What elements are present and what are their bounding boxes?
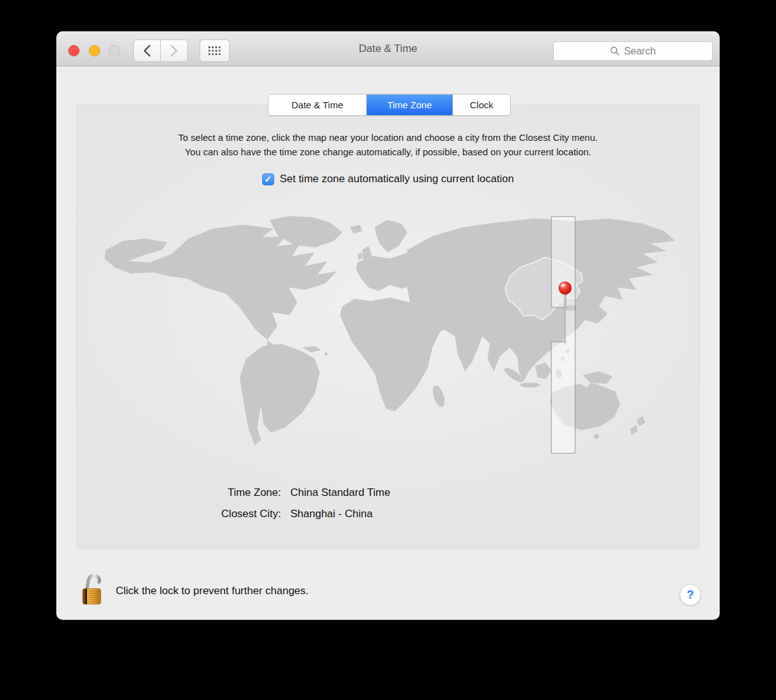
timezone-readout: Time Zone: China Standard Time Closest C… [77,486,699,529]
checkmark-icon: ✓ [265,175,272,183]
map-land [105,216,675,445]
minimize-button[interactable] [89,45,100,56]
auto-timezone-checkbox[interactable]: ✓ [262,173,274,185]
tab-time-zone[interactable]: Time Zone [367,95,452,115]
time-zone-row: Time Zone: China Standard Time [77,486,699,499]
instructions-line-2: You can also have the time zone change a… [77,145,699,159]
tab-date-time[interactable]: Date & Time [268,95,367,115]
world-map[interactable] [82,214,695,476]
desktop: Date & Time Search Date & Time Time Zone… [0,0,776,700]
closest-city-value: Shanghai - China [290,508,372,520]
back-button[interactable] [133,39,161,62]
lock-button[interactable] [80,571,105,606]
closest-city-row: Closest City: Shanghai - China [77,508,699,520]
zoom-button[interactable] [109,45,120,56]
search-input[interactable]: Search [553,41,713,61]
auto-timezone-label: Set time zone automatically using curren… [280,173,514,185]
instructions: To select a time zone, click the map nea… [77,130,699,159]
forward-button[interactable] [160,39,188,62]
search-icon [610,46,620,56]
forward-icon [170,44,178,57]
tab-clock[interactable]: Clock [452,95,510,115]
unlocked-padlock-icon [80,571,105,606]
help-icon: ? [687,588,694,602]
help-button[interactable]: ? [680,584,701,605]
close-button[interactable] [68,45,79,56]
instructions-line-1: To select a time zone, click the map nea… [77,130,699,145]
closest-city-label: Closest City: [77,508,281,520]
time-zone-panel: To select a time zone, click the map nea… [76,105,700,549]
tab-bar: Date & Time Time Zone Clock [268,94,511,116]
world-map-svg [82,214,695,476]
time-zone-value: China Standard Time [290,486,391,499]
date-time-preferences-window: Date & Time Search Date & Time Time Zone… [56,31,720,620]
show-all-button[interactable] [200,39,230,62]
time-zone-label: Time Zone: [77,486,281,499]
back-icon [143,44,151,57]
title-bar[interactable]: Date & Time Search [56,31,720,66]
auto-timezone-row: ✓ Set time zone automatically using curr… [77,173,699,185]
lock-message: Click the lock to prevent further change… [116,585,309,597]
show-all-grid-icon [208,46,222,56]
search-placeholder: Search [624,46,656,57]
